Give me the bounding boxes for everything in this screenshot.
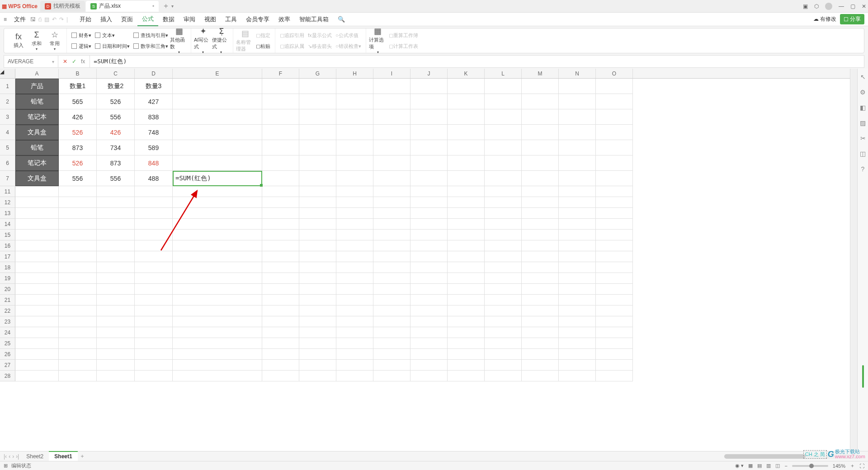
- menubar: ≡ 文件 🖫 ⎙ ▤ ↶ ↷ | 开始插入页面公式数据审阅视图工具会员专享效率智…: [0, 13, 868, 26]
- cube-icon[interactable]: ⬡: [814, 3, 819, 9]
- recalc-book-button: ▢ 重算工作簿: [387, 30, 420, 40]
- save-icon[interactable]: 🖫: [30, 16, 36, 23]
- menu-效率[interactable]: 效率: [274, 13, 295, 26]
- common-button[interactable]: ☆常用▾: [46, 30, 64, 52]
- ribbon: fx插入 Σ求和▾ ☆常用▾ 财务 ▾ 逻辑 ▾ 文本 ▾ 日期和时间 ▾ 查找…: [4, 28, 864, 53]
- insert-fn-button[interactable]: fx插入: [9, 30, 28, 52]
- name-manager-button[interactable]: ▤名称管理器: [236, 30, 254, 52]
- avatar-icon[interactable]: [825, 3, 832, 10]
- fx-icon[interactable]: fx: [81, 58, 85, 65]
- preview-icon[interactable]: ▤: [44, 16, 49, 23]
- menu-页面[interactable]: 页面: [117, 13, 137, 26]
- math-button[interactable]: 数学和三角 ▾: [132, 41, 170, 51]
- undo-icon[interactable]: ↶: [52, 16, 57, 23]
- app-logo: ▦ WPS Office: [2, 3, 38, 9]
- menu-智能工具箱[interactable]: 智能工具箱: [295, 13, 333, 26]
- menu-审阅[interactable]: 审阅: [179, 13, 200, 26]
- convenient-button[interactable]: Σ̣便捷公式▾: [212, 30, 230, 52]
- cancel-formula-icon[interactable]: ✕: [63, 58, 67, 65]
- trace-ref-button: ▢ 追踪引用: [278, 30, 306, 40]
- logic-button[interactable]: 逻辑 ▾: [70, 41, 93, 51]
- titlebar: ▦ WPS Office D 找稻壳模板 S 产品.xlsx • ＋ ▾ ▣ ⬡…: [0, 0, 868, 13]
- doc-icon: D: [45, 3, 51, 9]
- tab-product[interactable]: S 产品.xlsx •: [86, 1, 159, 12]
- ai-formula-button[interactable]: ✦AI写公式▾: [194, 30, 212, 52]
- redo-icon[interactable]: ↷: [59, 16, 64, 23]
- tab-label: 产品.xlsx: [99, 2, 121, 10]
- tab-label: 找稻壳模板: [53, 2, 80, 10]
- lookup-button[interactable]: 查找与引用 ▾: [132, 30, 170, 40]
- minimize-button[interactable]: —: [839, 3, 844, 9]
- menu-开始[interactable]: 开始: [75, 13, 96, 26]
- tab-template[interactable]: D 找稻壳模板: [40, 1, 85, 12]
- formula-input[interactable]: =SUM(红色): [90, 57, 864, 66]
- maximize-button[interactable]: ▢: [850, 3, 855, 9]
- calc-options-button[interactable]: ▦计算选项▾: [369, 30, 387, 52]
- text-button[interactable]: 文本 ▾: [93, 30, 132, 40]
- share-button[interactable]: ☐ 分享: [840, 14, 864, 24]
- menu-视图[interactable]: 视图: [200, 13, 221, 26]
- tab-dropdown[interactable]: ▾: [171, 4, 174, 9]
- assign-button: ▢ 指定: [254, 30, 272, 40]
- print-icon[interactable]: ⎙: [38, 16, 42, 23]
- menu-数据[interactable]: 数据: [158, 13, 179, 26]
- cloud-icon[interactable]: ☁ 有修改: [813, 15, 836, 23]
- trace-dep-button: ▢ 追踪从属: [278, 41, 306, 51]
- error-check-button: ○ 错误检查 ▾: [334, 41, 363, 51]
- sum-button[interactable]: Σ求和▾: [28, 30, 46, 52]
- remove-arrow-button: ↘ 移去箭头: [306, 41, 334, 51]
- quick-access-toolbar: 🖫 ⎙ ▤ ↶ ↷ |: [30, 16, 68, 23]
- menu-会员专享[interactable]: 会员专享: [241, 13, 274, 26]
- new-tab-button[interactable]: ＋: [162, 1, 170, 11]
- layout-icon[interactable]: ▣: [803, 3, 808, 9]
- close-button[interactable]: ✕: [862, 3, 866, 9]
- search-menu[interactable]: 🔍: [333, 13, 349, 26]
- name-box[interactable]: AVERAGE▾: [4, 56, 58, 67]
- finance-button[interactable]: 财务 ▾: [70, 30, 93, 40]
- other-fn-button[interactable]: ▦其他函数▾: [170, 30, 188, 52]
- paste-button[interactable]: ▢ 粘贴: [254, 41, 272, 51]
- menu-插入[interactable]: 插入: [96, 13, 117, 26]
- formula-eval-button: ○ 公式求值: [334, 30, 363, 40]
- show-formula-button: fx 显示公式: [306, 30, 334, 40]
- sheet-icon: S: [90, 3, 97, 9]
- dirty-dot: •: [152, 3, 154, 9]
- menu-工具[interactable]: 工具: [221, 13, 241, 26]
- date-button[interactable]: 日期和时间 ▾: [93, 41, 132, 51]
- file-menu[interactable]: 文件: [9, 13, 30, 26]
- menu-公式[interactable]: 公式: [137, 13, 158, 26]
- hamburger-icon[interactable]: ≡: [4, 16, 7, 23]
- confirm-formula-icon[interactable]: ✓: [72, 58, 76, 65]
- calc-sheet-button: ▢ 计算工作表: [387, 41, 420, 51]
- menu-tabs: 开始插入页面公式数据审阅视图工具会员专享效率智能工具箱: [75, 13, 333, 26]
- formula-bar: AVERAGE▾ ✕ ✓ fx =SUM(红色): [4, 55, 864, 68]
